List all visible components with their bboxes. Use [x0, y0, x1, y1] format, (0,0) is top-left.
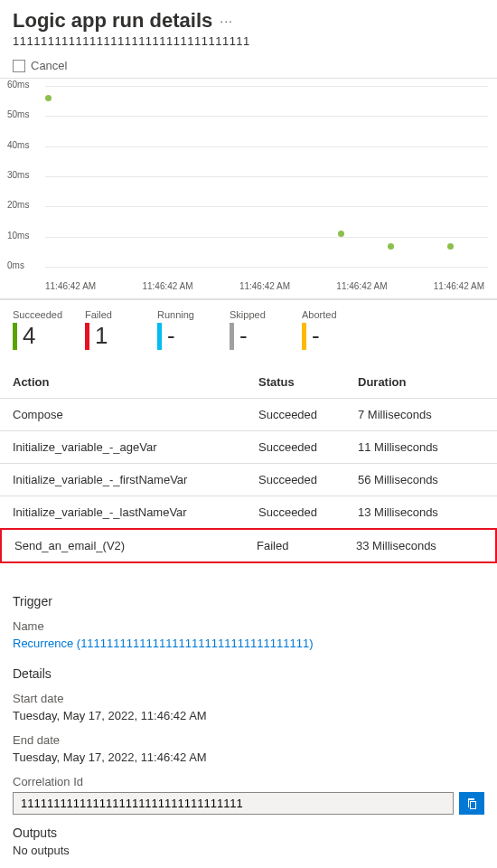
- cell-action: Initialize_variable_-_ageVar: [13, 440, 258, 454]
- cell-duration: 56 Milliseconds: [358, 473, 484, 486]
- stat-label: Failed: [85, 309, 139, 320]
- outputs-heading: Outputs: [13, 826, 484, 840]
- copy-icon: [464, 797, 479, 811]
- table-row[interactable]: Initialize_variable_-_lastNameVarSucceed…: [0, 495, 497, 528]
- stat-value: -: [167, 322, 175, 350]
- chart-y-tick: 50ms: [7, 109, 29, 119]
- col-status: Status: [258, 375, 358, 389]
- cell-action: Compose: [13, 408, 258, 421]
- chart-gridline: 40ms: [45, 146, 488, 147]
- stat-bar-icon: [13, 323, 17, 350]
- chart-data-point: [447, 243, 454, 250]
- details-section: Trigger Name Recurrence (111111111111111…: [0, 563, 497, 857]
- cell-status: Succeeded: [258, 473, 358, 486]
- stat-aborted: Aborted-: [302, 309, 356, 350]
- stat-succeeded: Succeeded4: [13, 309, 67, 350]
- table-row[interactable]: Send_an_email_(V2)Failed33 Milliseconds: [0, 528, 497, 563]
- col-duration: Duration: [358, 375, 484, 389]
- stat-bar-icon: [302, 323, 306, 350]
- stat-bar-icon: [85, 323, 89, 350]
- stat-bar-icon: [230, 323, 234, 350]
- chart-data-point: [45, 95, 52, 101]
- actions-table: Action Status Duration ComposeSucceeded7…: [0, 363, 497, 563]
- cell-duration: 33 Milliseconds: [356, 539, 483, 552]
- stat-failed: Failed1: [85, 309, 139, 350]
- table-row[interactable]: ComposeSucceeded7 Milliseconds: [0, 398, 497, 430]
- cell-action: Initialize_variable_-_lastNameVar: [13, 505, 258, 519]
- chart-x-tick: 11:46:42 AM: [239, 281, 290, 291]
- end-date-value: Tuesday, May 17, 2022, 11:46:42 AM: [13, 750, 484, 764]
- run-id: 1111111111111111111111111111111111: [13, 34, 484, 48]
- table-row[interactable]: Initialize_variable_-_firstNameVarSuccee…: [0, 463, 497, 495]
- chart-x-tick: 11:46:42 AM: [336, 281, 387, 291]
- cancel-label[interactable]: Cancel: [31, 59, 67, 72]
- trigger-name-label: Name: [13, 619, 484, 633]
- page-title: Logic app run details: [13, 9, 212, 33]
- col-action: Action: [13, 375, 258, 389]
- chart-y-tick: 10ms: [7, 231, 29, 241]
- chart-y-tick: 40ms: [7, 140, 29, 150]
- chart-x-tick: 11:46:42 AM: [45, 281, 96, 291]
- table-row[interactable]: Initialize_variable_-_ageVarSucceeded11 …: [0, 430, 497, 463]
- outputs-value: No outputs: [13, 844, 484, 857]
- copy-button[interactable]: [459, 792, 484, 815]
- cell-duration: 13 Milliseconds: [358, 505, 484, 519]
- stat-label: Running: [157, 309, 211, 320]
- stat-running: Running-: [157, 309, 211, 350]
- details-heading: Details: [13, 666, 484, 681]
- stat-value: 1: [95, 322, 108, 350]
- stat-value: -: [239, 322, 248, 350]
- correlation-id-label: Correlation Id: [13, 775, 484, 788]
- start-date-label: Start date: [13, 692, 484, 705]
- chart-x-tick: 11:46:42 AM: [142, 281, 192, 291]
- stat-value: -: [312, 322, 320, 350]
- chart-x-axis: 11:46:42 AM11:46:42 AM11:46:42 AM11:46:4…: [0, 278, 497, 299]
- stat-label: Aborted: [302, 309, 356, 320]
- cell-status: Succeeded: [258, 505, 358, 519]
- duration-chart: 60ms50ms40ms30ms20ms10ms0ms 11:46:42 AM1…: [0, 78, 497, 300]
- cell-status: Failed: [257, 539, 356, 552]
- chart-x-tick: 11:46:42 AM: [434, 281, 484, 291]
- cancel-checkbox-icon[interactable]: [13, 60, 25, 72]
- chart-y-tick: 20ms: [7, 200, 29, 210]
- stat-label: Succeeded: [13, 309, 67, 320]
- cell-status: Succeeded: [258, 440, 358, 454]
- chart-gridline: 60ms: [45, 86, 488, 87]
- trigger-name-link[interactable]: Recurrence (1111111111111111111111111111…: [13, 637, 484, 650]
- correlation-id-input[interactable]: [13, 792, 454, 815]
- cell-duration: 7 Milliseconds: [358, 408, 484, 421]
- chart-y-tick: 0ms: [7, 260, 24, 270]
- chart-gridline: 30ms: [45, 176, 488, 177]
- chart-gridline: 50ms: [45, 116, 488, 117]
- end-date-label: End date: [13, 733, 484, 747]
- chart-gridline: 0ms: [45, 267, 488, 268]
- more-menu-button[interactable]: ···: [220, 14, 233, 28]
- chart-y-tick: 30ms: [7, 170, 29, 180]
- cell-duration: 11 Milliseconds: [358, 440, 484, 454]
- trigger-heading: Trigger: [13, 594, 484, 609]
- chart-gridline: 20ms: [45, 206, 488, 207]
- chart-gridline: 10ms: [45, 237, 488, 238]
- stat-skipped: Skipped-: [230, 309, 284, 350]
- page-header: Logic app run details ··· 11111111111111…: [0, 0, 497, 52]
- actions-table-header: Action Status Duration: [0, 363, 497, 398]
- cell-status: Succeeded: [258, 408, 358, 421]
- cell-action: Initialize_variable_-_firstNameVar: [13, 473, 258, 486]
- cell-action: Send_an_email_(V2): [14, 539, 257, 552]
- chart-data-point: [388, 243, 394, 250]
- run-stats: Succeeded4Failed1Running-Skipped-Aborted…: [0, 300, 497, 355]
- stat-value: 4: [23, 322, 35, 350]
- stat-label: Skipped: [230, 309, 284, 320]
- chart-y-tick: 60ms: [7, 80, 29, 90]
- start-date-value: Tuesday, May 17, 2022, 11:46:42 AM: [13, 709, 484, 722]
- stat-bar-icon: [157, 323, 162, 350]
